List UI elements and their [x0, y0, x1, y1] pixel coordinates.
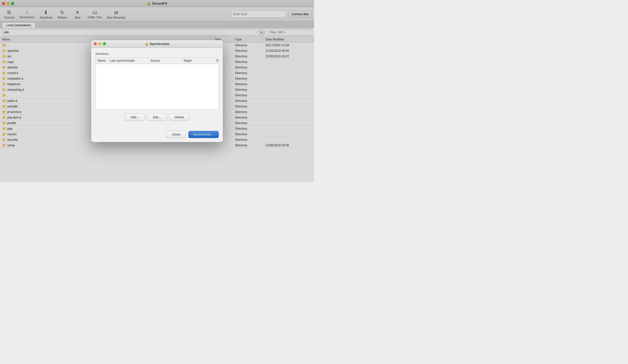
sessions-label: Sessions	[95, 52, 219, 56]
sessions-table-header: Name Last synchronized Source Target Syn…	[96, 58, 218, 64]
modal-titlebar: 🔒 Synchronize	[91, 40, 223, 48]
edit-button[interactable]: Edit...	[147, 114, 167, 121]
modal-overlay: 🔒 Synchronize Sessions Name Last synchro…	[0, 0, 314, 182]
synchronize-confirm-button[interactable]: Synchronize...	[188, 131, 219, 138]
session-col-last-sync: Last synchronized	[108, 59, 148, 62]
delete-button[interactable]: Delete	[169, 114, 189, 121]
session-col-name: Name	[96, 59, 108, 62]
synchronize-modal: 🔒 Synchronize Sessions Name Last synchro…	[91, 40, 223, 142]
modal-traffic-lights	[94, 42, 106, 45]
session-col-mode: Synchronize mode	[214, 59, 219, 62]
modal-footer: Close Synchronize...	[91, 129, 223, 142]
session-col-source: Source	[148, 59, 181, 62]
add-button[interactable]: Add...	[125, 114, 145, 121]
close-button[interactable]: Close	[166, 131, 186, 138]
modal-maximize-button[interactable]	[103, 42, 106, 45]
modal-minimize-button[interactable]	[98, 42, 101, 45]
modal-action-buttons: Add... Edit... Delete	[95, 114, 219, 121]
modal-icon: 🔒	[145, 42, 149, 46]
sessions-table-body	[96, 64, 218, 109]
session-col-target: Target	[181, 59, 214, 62]
sessions-table: Name Last synchronized Source Target Syn…	[95, 58, 219, 110]
modal-body: Sessions Name Last synchronized Source T…	[91, 48, 223, 129]
modal-title: 🔒 Synchronize	[145, 42, 169, 46]
modal-close-button[interactable]	[94, 42, 97, 45]
